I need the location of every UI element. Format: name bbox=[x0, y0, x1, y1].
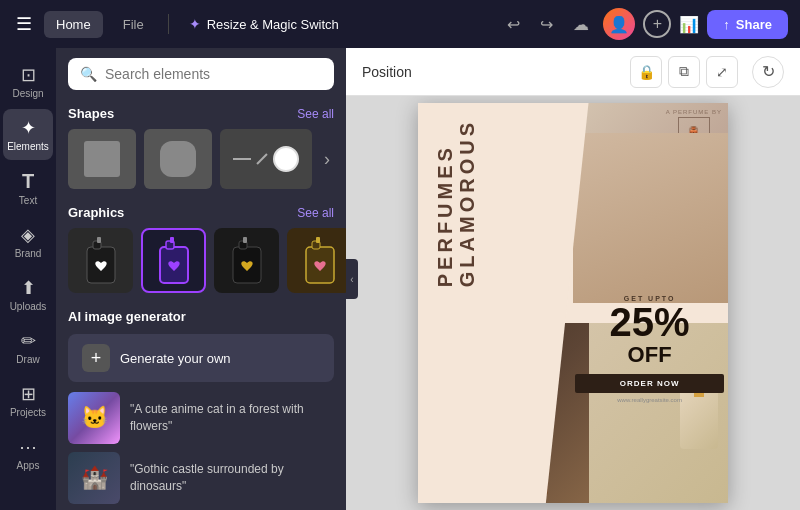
sidebar-item-brand[interactable]: ◈ Brand bbox=[3, 216, 53, 267]
shape-rounded-item[interactable] bbox=[144, 129, 212, 189]
draw-icon: ✏ bbox=[21, 330, 36, 352]
shapes-see-all[interactable]: See all bbox=[297, 107, 334, 121]
shapes-section: Shapes See all bbox=[56, 98, 346, 197]
order-btn: ORDER NOW bbox=[575, 374, 724, 393]
logo-top-text: A PERFUME BY bbox=[666, 109, 722, 115]
sidebar-item-elements[interactable]: ✦ Elements bbox=[3, 109, 53, 160]
sidebar-item-text[interactable]: T Text bbox=[3, 162, 53, 214]
sidebar-icons: ⊡ Design ✦ Elements T Text ◈ Brand ⬆ Upl… bbox=[0, 48, 56, 510]
analytics-icon[interactable]: 📊 bbox=[679, 15, 699, 34]
panel-wrapper: 🔍 Shapes See all bbox=[56, 48, 346, 510]
poster-title: GLAMOROUS PERFUMES bbox=[434, 119, 478, 287]
menu-icon[interactable]: ☰ bbox=[12, 9, 36, 39]
generate-own-button[interactable]: + Generate your own bbox=[68, 334, 334, 382]
canvas-content[interactable]: GLAMOROUS PERFUMES A PERFUME BY 🏺 YOUR L… bbox=[346, 96, 800, 510]
ai-thumb-anime: 🐱 bbox=[68, 392, 120, 444]
lock-tool-button[interactable]: 🔒 bbox=[630, 56, 662, 88]
perfume-icon-3 bbox=[225, 235, 269, 287]
svg-rect-3 bbox=[97, 237, 101, 243]
uploads-icon: ⬆ bbox=[21, 277, 36, 299]
shape-square-item[interactable] bbox=[68, 129, 136, 189]
tab-home[interactable]: Home bbox=[44, 11, 103, 38]
sidebar-item-projects[interactable]: ⊞ Projects bbox=[3, 375, 53, 426]
copy-tool-button[interactable]: ⧉ bbox=[668, 56, 700, 88]
text-icon: T bbox=[22, 170, 34, 193]
search-container: 🔍 bbox=[56, 48, 346, 98]
refresh-button[interactable]: ↻ bbox=[752, 56, 784, 88]
svg-rect-12 bbox=[316, 237, 320, 243]
perfume-icon-4 bbox=[298, 235, 342, 287]
generate-label: Generate your own bbox=[120, 351, 231, 366]
search-input[interactable] bbox=[105, 66, 322, 82]
ai-section: AI image generator + Generate your own 🐱… bbox=[56, 301, 346, 510]
shapes-next-button[interactable]: › bbox=[320, 145, 334, 174]
ai-section-title: AI image generator bbox=[68, 309, 334, 324]
projects-icon: ⊞ bbox=[21, 383, 36, 405]
ai-thumb-castle: 🏰 bbox=[68, 452, 120, 504]
graphics-header: Graphics See all bbox=[68, 205, 334, 220]
off-text: OFF bbox=[575, 342, 724, 368]
share-button[interactable]: ↑ Share bbox=[707, 10, 788, 39]
avatar[interactable]: 👤 bbox=[603, 8, 635, 40]
poster-discount: GET UPTO 25% OFF ORDER NOW www.reallygre… bbox=[575, 295, 724, 403]
apps-icon: ⋯ bbox=[19, 436, 37, 458]
divider bbox=[168, 14, 169, 34]
ai-example-1[interactable]: 🐱 "A cute anime cat in a forest with flo… bbox=[68, 392, 334, 444]
design-icon: ⊡ bbox=[21, 64, 36, 86]
canvas-tools: 🔒 ⧉ ⤢ ↻ bbox=[630, 56, 784, 88]
topbar-actions: ↩ ↪ ☁ 👤 + 📊 ↑ Share bbox=[501, 8, 788, 40]
position-label: Position bbox=[362, 64, 412, 80]
sidebar-item-draw[interactable]: ✏ Draw bbox=[3, 322, 53, 373]
website-text: www.reallygreatsite.com bbox=[575, 397, 724, 403]
brand-icon: ◈ bbox=[21, 224, 35, 246]
shapes-header: Shapes See all bbox=[68, 106, 334, 121]
add-collaborator-button[interactable]: + bbox=[643, 10, 671, 38]
topbar-title: ✦ Resize & Magic Switch bbox=[189, 16, 339, 32]
search-icon: 🔍 bbox=[80, 66, 97, 82]
svg-rect-6 bbox=[170, 237, 174, 243]
search-box[interactable]: 🔍 bbox=[68, 58, 334, 90]
poster: GLAMOROUS PERFUMES A PERFUME BY 🏺 YOUR L… bbox=[418, 103, 728, 503]
tab-file[interactable]: File bbox=[111, 11, 156, 38]
ai-example-text-1: "A cute anime cat in a forest with flowe… bbox=[130, 401, 334, 435]
graphic-perfume-2[interactable] bbox=[141, 228, 206, 293]
redo-button[interactable]: ↪ bbox=[534, 11, 559, 38]
canvas-toolbar: Position 🔒 ⧉ ⤢ ↻ bbox=[346, 48, 800, 96]
poster-right-top: A PERFUME BY 🏺 YOUR LOGO SLOGAN HERE bbox=[573, 103, 728, 303]
sidebar-item-design[interactable]: ⊡ Design bbox=[3, 56, 53, 107]
elements-icon: ✦ bbox=[21, 117, 36, 139]
shape-square bbox=[84, 141, 120, 177]
sidebar-item-uploads[interactable]: ⬆ Uploads bbox=[3, 269, 53, 320]
graphics-title: Graphics bbox=[68, 205, 124, 220]
ai-example-text-2: "Gothic castle surrounded by dinosaurs" bbox=[130, 461, 334, 495]
hand-bg bbox=[573, 133, 728, 303]
main-content: ⊡ Design ✦ Elements T Text ◈ Brand ⬆ Upl… bbox=[0, 48, 800, 510]
canvas-area: Position 🔒 ⧉ ⤢ ↻ GLAMOROUS PERFUMES bbox=[346, 48, 800, 510]
left-panel: 🔍 Shapes See all bbox=[56, 48, 346, 510]
shapes-row: › bbox=[68, 129, 334, 189]
graphic-perfume-1[interactable] bbox=[68, 228, 133, 293]
graphics-section: Graphics See all bbox=[56, 197, 346, 301]
percent-off: 25% bbox=[575, 302, 724, 342]
shapes-title: Shapes bbox=[68, 106, 114, 121]
shape-rounded bbox=[160, 141, 196, 177]
perfume-icon-2 bbox=[152, 235, 196, 287]
cloud-save-button[interactable]: ☁ bbox=[567, 11, 595, 38]
sidebar-item-apps[interactable]: ⋯ Apps bbox=[3, 428, 53, 479]
ai-example-2[interactable]: 🏰 "Gothic castle surrounded by dinosaurs… bbox=[68, 452, 334, 504]
star-icon: ✦ bbox=[189, 16, 201, 32]
svg-rect-9 bbox=[243, 237, 247, 243]
expand-tool-button[interactable]: ⤢ bbox=[706, 56, 738, 88]
graphics-see-all[interactable]: See all bbox=[297, 206, 334, 220]
panel-collapse-handle[interactable]: ‹ bbox=[346, 259, 358, 299]
graphics-row bbox=[68, 228, 334, 293]
generate-plus-icon: + bbox=[82, 344, 110, 372]
hands-visual: A PERFUME BY 🏺 YOUR LOGO SLOGAN HERE bbox=[573, 103, 728, 303]
graphic-perfume-3[interactable] bbox=[214, 228, 279, 293]
undo-button[interactable]: ↩ bbox=[501, 11, 526, 38]
perfume-icon-1 bbox=[79, 235, 123, 287]
share-icon: ↑ bbox=[723, 17, 730, 32]
topbar: ☰ Home File ✦ Resize & Magic Switch ↩ ↪ … bbox=[0, 0, 800, 48]
graphic-perfume-4[interactable] bbox=[287, 228, 346, 293]
shape-line-item[interactable] bbox=[220, 129, 312, 189]
